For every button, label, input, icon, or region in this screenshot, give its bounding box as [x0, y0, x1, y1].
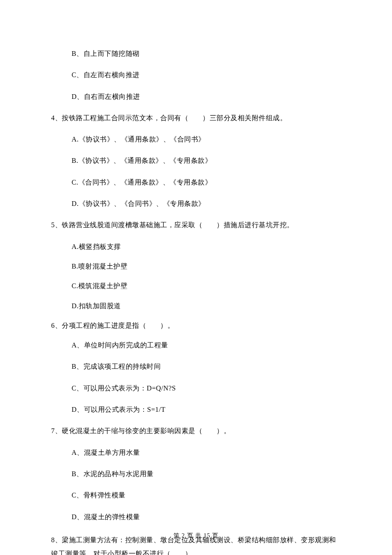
option-item: B、完成该项工程的持续时间 — [72, 361, 341, 372]
option-item: A.横竖挡板支撑 — [72, 242, 341, 252]
option-item: C.《合同书》、《通用条款》、《专用条款》 — [72, 177, 341, 188]
question-5: 5、铁路营业线股道间渡槽墩基础施工，应采取（ ）措施后进行基坑开挖。 — [51, 220, 341, 230]
option-item: D、可以用公式表示为：S=1/T — [72, 405, 341, 415]
option-item: B、自上而下随挖随砌 — [72, 49, 341, 59]
page-footer: 第 2 页 共 15 页 — [0, 532, 392, 540]
document-content: B、自上而下随挖随砌 C、自左而右横向推进 D、自右而左横向推进 4、按铁路工程… — [0, 0, 392, 555]
question-7: 7、硬化混凝土的干缩与徐变的主要影响因素是（ ）。 — [51, 426, 341, 436]
option-item: B、水泥的品种与水泥用量 — [72, 469, 341, 479]
option-item: D、混凝土的弹性模量 — [72, 512, 341, 522]
option-item: B.喷射混凝土护壁 — [72, 261, 341, 272]
option-item: A.《协议书》、《通用条款》、《合同书》 — [72, 134, 341, 145]
option-item: A、单位时间内所完成的工程量 — [72, 340, 341, 350]
question-6: 6、分项工程的施工进度是指（ ）。 — [51, 321, 341, 331]
option-item: B.《协议书》、《通用条款》、《专用条款》 — [72, 156, 341, 166]
option-item: C、自左而右横向推进 — [72, 70, 341, 80]
option-item: C.模筑混凝土护壁 — [72, 281, 341, 291]
option-item: C、可以用公式表示为：D=Q/N?S — [72, 383, 341, 393]
question-4: 4、按铁路工程施工合同示范文本，合同有（ ）三部分及相关附件组成。 — [51, 113, 341, 123]
option-item: D.扣轨加固股道 — [72, 301, 341, 311]
option-item: D、自右而左横向推进 — [72, 92, 341, 102]
option-item: A、混凝土单方用水量 — [72, 448, 341, 458]
option-item: C、骨料弹性模量 — [72, 490, 341, 500]
option-item: D.《协议书》、《合同书》、《专用条款》 — [72, 199, 341, 209]
